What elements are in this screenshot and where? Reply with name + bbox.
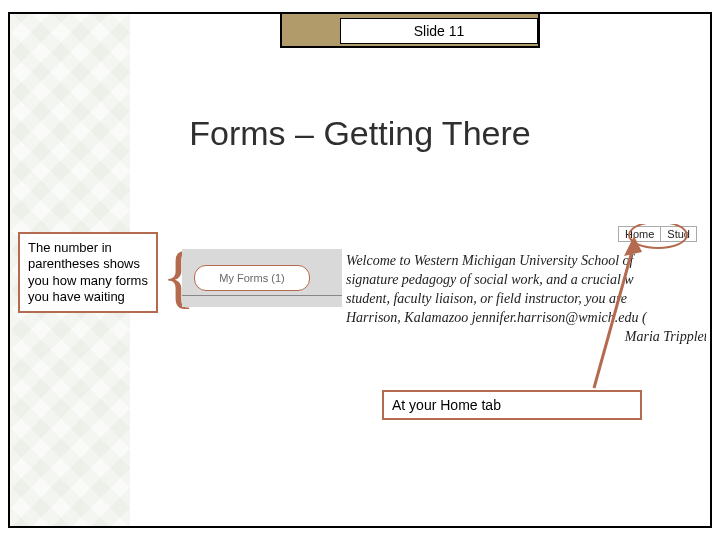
tab-home[interactable]: Home [618,226,661,242]
welcome-line: Welcome to Western Michigan University S… [346,252,706,271]
slide-title: Forms – Getting There [10,114,710,153]
callout-parentheses-explainer: The number in parentheses shows you how … [18,232,158,313]
my-forms-button[interactable]: My Forms (1) [194,265,310,291]
strip-divider [182,295,342,296]
welcome-line: signature pedagogy of social work, and a… [346,271,706,290]
slide-number-label: Slide 11 [340,18,538,44]
welcome-text: Welcome to Western Michigan University S… [346,252,706,344]
slide-frame: Slide 11 Forms – Getting There The numbe… [8,12,712,528]
home-page-clip: HomeStud Welcome to Western Michigan Uni… [346,224,706,344]
nav-tabs: HomeStud [618,224,696,244]
tab-next-truncated[interactable]: Stud [660,226,697,242]
welcome-line: Maria Tripplett, Southwe [346,328,706,344]
my-forms-strip: My Forms (1) [182,249,342,307]
callout-home-tab: At your Home tab [382,390,642,420]
welcome-line: student, faculty liaison, or field instr… [346,290,706,309]
welcome-line: Harrison, Kalamazoo jennifer.harrison@wm… [346,309,706,328]
slide-number-tab: Slide 11 [280,12,540,48]
